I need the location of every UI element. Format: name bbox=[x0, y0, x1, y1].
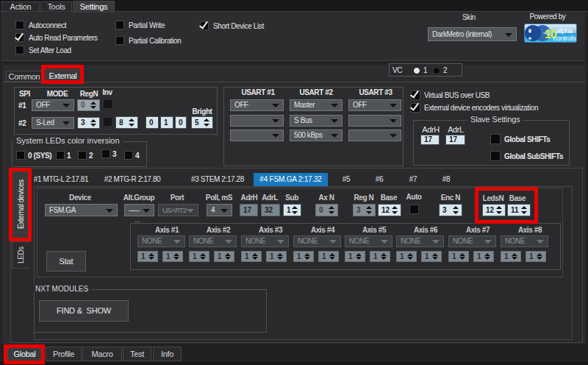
svg-text:controls: controls bbox=[553, 34, 576, 42]
